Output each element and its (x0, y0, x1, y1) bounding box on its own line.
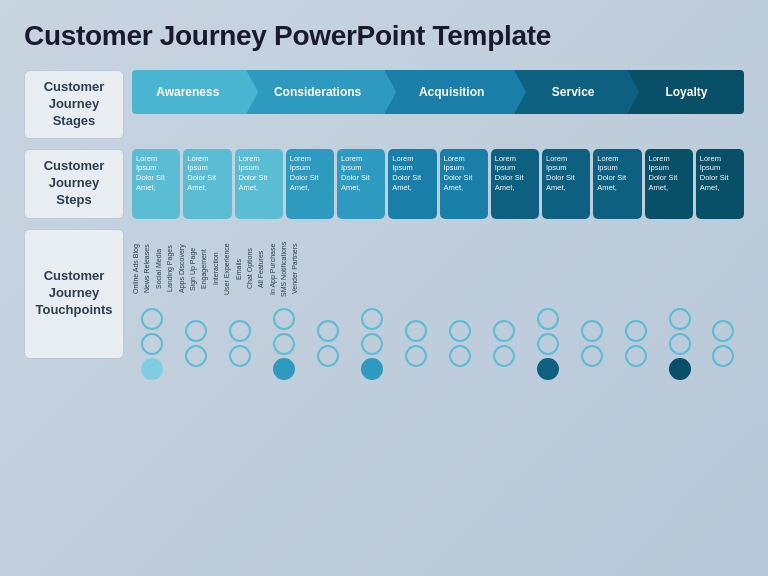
tp-circle-2b (185, 345, 207, 367)
tp-col-12 (615, 320, 656, 367)
tp-label-14: SMS Notifications (280, 234, 288, 304)
tp-circle-11a (581, 320, 603, 342)
tp-circle-7a (405, 320, 427, 342)
tp-col-14 (703, 320, 744, 367)
step-card-11[interactable]: Lorem Ipsum Dolor Sit Amet, (645, 149, 693, 219)
tp-label-3: Social Media (155, 234, 163, 304)
tp-circle-4b (273, 333, 295, 355)
tp-circle-14a (712, 320, 734, 342)
tp-circle-10c (537, 358, 559, 380)
tp-circle-3b (229, 345, 251, 367)
tp-col-6 (352, 308, 393, 380)
slide: Customer Journey PowerPoint Template Cus… (0, 0, 768, 576)
tp-circle-6a (361, 308, 383, 330)
tp-label-13: In App Purchase (269, 234, 277, 304)
tp-circle-3a (229, 320, 251, 342)
step-card-5[interactable]: Lorem Ipsum Dolor Sit Amet, (337, 149, 385, 219)
stage-considerations[interactable]: Considerations (246, 70, 384, 114)
tp-label-5: Apps Discovery (178, 234, 186, 304)
tp-circle-5b (317, 345, 339, 367)
tp-circle-7b (405, 345, 427, 367)
step-card-7[interactable]: Lorem Ipsum Dolor Sit Amet, (440, 149, 488, 219)
stage-awareness[interactable]: Awareness (132, 70, 246, 114)
tp-circle-5a (317, 320, 339, 342)
stages-row: CustomerJourney Stages Awareness Conside… (24, 70, 744, 139)
tp-col-4 (264, 308, 305, 380)
tp-circle-4c (273, 358, 295, 380)
tp-circle-4a (273, 308, 295, 330)
tp-circle-8a (449, 320, 471, 342)
step-card-6[interactable]: Lorem Ipsum Dolor Sit Amet, (388, 149, 436, 219)
touchpoint-circles (132, 308, 744, 380)
step-card-2[interactable]: Lorem Ipsum Dolor Sit Amet, (183, 149, 231, 219)
tp-circle-8b (449, 345, 471, 367)
tp-label-12: All Features (257, 234, 265, 304)
tp-col-2 (176, 320, 217, 367)
tp-label-2: News Releases (143, 234, 151, 304)
tp-circle-6b (361, 333, 383, 355)
stage-service[interactable]: Service (514, 70, 627, 114)
stage-acquisition[interactable]: Acquisition (384, 70, 514, 114)
tp-col-7 (396, 320, 437, 367)
tp-label-4: Landing Pages (166, 234, 174, 304)
tp-circle-13a (669, 308, 691, 330)
tp-col-5 (308, 320, 349, 367)
touchpoints-row: CustomerJourneyTouchpoints Online Ads Bl… (24, 229, 744, 380)
tp-circle-11b (581, 345, 603, 367)
tp-circle-13b (669, 333, 691, 355)
tp-label-8: Interaction (212, 234, 220, 304)
stages-container: Awareness Considerations Acquisition Ser… (132, 70, 744, 114)
slide-title: Customer Journey PowerPoint Template (24, 20, 744, 52)
tp-circle-6c (361, 358, 383, 380)
stage-loyalty[interactable]: Loyalty (627, 70, 744, 114)
touchpoint-labels: Online Ads Blog News Releases Social Med… (132, 229, 744, 304)
tp-circle-2a (185, 320, 207, 342)
step-card-1[interactable]: Lorem Ipsum Dolor Sit Amet, (132, 149, 180, 219)
tp-label-10: Emails (235, 234, 243, 304)
tp-label-15: Vender Partners (291, 234, 299, 304)
tp-circle-12a (625, 320, 647, 342)
step-card-9[interactable]: Lorem Ipsum Dolor Sit Amet, (542, 149, 590, 219)
tp-label-7: Engagement (200, 234, 208, 304)
step-card-8[interactable]: Lorem Ipsum Dolor Sit Amet, (491, 149, 539, 219)
tp-circle-10b (537, 333, 559, 355)
tp-label-1: Online Ads Blog (132, 234, 140, 304)
tp-label-6: Sign Up Page (189, 234, 197, 304)
tp-col-3 (220, 320, 261, 367)
step-card-3[interactable]: Lorem Ipsum Dolor Sit Amet, (235, 149, 283, 219)
tp-label-11: Chat Options (246, 234, 254, 304)
touchpoints-label: CustomerJourneyTouchpoints (24, 229, 124, 359)
tp-col-1 (132, 308, 173, 380)
tp-col-9 (483, 320, 524, 367)
stages-label: CustomerJourney Stages (24, 70, 124, 139)
tp-circle-10a (537, 308, 559, 330)
step-card-12[interactable]: Lorem Ipsum Dolor Sit Amet, (696, 149, 744, 219)
step-card-10[interactable]: Lorem Ipsum Dolor Sit Amet, (593, 149, 641, 219)
tp-col-11 (571, 320, 612, 367)
tp-col-13 (659, 308, 700, 380)
tp-circle-12b (625, 345, 647, 367)
tp-circle-9a (493, 320, 515, 342)
tp-col-10 (527, 308, 568, 380)
tp-circle-14b (712, 345, 734, 367)
steps-row: CustomerJourney Steps Lorem Ipsum Dolor … (24, 149, 744, 219)
tp-circle-1b (141, 333, 163, 355)
tp-col-8 (439, 320, 480, 367)
tp-circle-9b (493, 345, 515, 367)
steps-container: Lorem Ipsum Dolor Sit Amet, Lorem Ipsum … (132, 149, 744, 219)
tp-circle-1c (141, 358, 163, 380)
steps-label: CustomerJourney Steps (24, 149, 124, 219)
step-card-4[interactable]: Lorem Ipsum Dolor Sit Amet, (286, 149, 334, 219)
tp-label-9: User Experience (223, 234, 231, 304)
tp-circle-13c (669, 358, 691, 380)
tp-circle-1a (141, 308, 163, 330)
